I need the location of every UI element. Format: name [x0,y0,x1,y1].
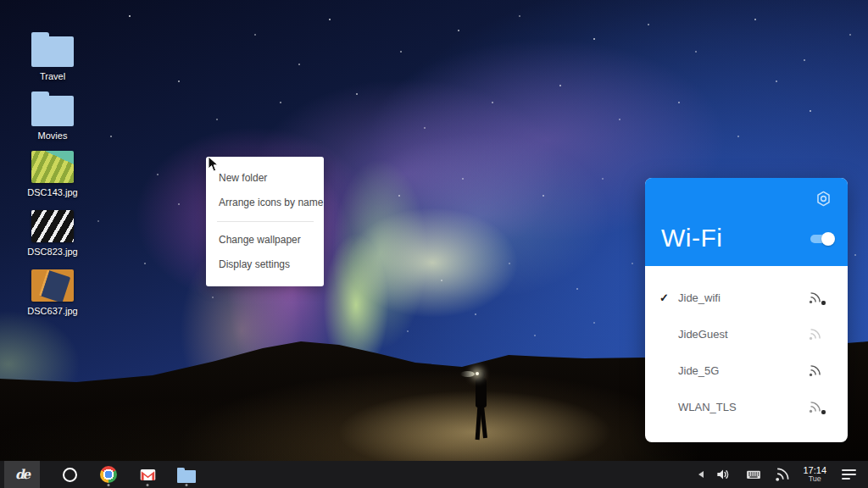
folder-icon [177,470,196,483]
desktop-icon-travel[interactable]: Travel [29,30,76,81]
icon-label: DSC823.jpg [27,247,77,257]
ssid-label: JideGuest [678,328,728,341]
wifi-network-row-jide-wifi[interactable]: ✓ Jide_wifi [645,280,848,316]
wifi-signal-icon [808,291,822,305]
mouse-cursor [208,156,220,173]
chrome-button[interactable] [89,461,128,488]
folder-icon [31,96,74,126]
gear-icon[interactable] [814,189,833,208]
desktop-context-menu: New folder Arrange icons by name Change … [206,157,324,286]
desktop-icon-movies[interactable]: Movies [29,90,76,141]
wifi-network-list: ✓ Jide_wifi JideGuest [645,266,848,425]
desktop-icon-dsc143[interactable]: DSC143.jpg [29,151,76,197]
start-button[interactable]: de [4,461,40,488]
toggle-knob [821,232,835,246]
wifi-panel-header: Wi-Fi [645,178,848,266]
image-thumbnail-icon [31,151,74,183]
wifi-toggle-switch[interactable] [810,235,833,243]
clock-day: Tue [803,475,826,484]
volume-icon [715,466,732,483]
image-thumbnail-icon [31,210,74,242]
volume-button[interactable] [715,461,732,488]
ssid-label: Jide_5G [678,364,719,377]
gmail-button[interactable] [128,461,167,488]
wifi-status-button[interactable] [774,461,791,488]
ssid-label: WLAN_TLS [678,401,737,413]
menu-item-new-folder[interactable]: New folder [206,166,324,191]
wifi-signal-icon [808,363,822,378]
wifi-icon [774,466,791,483]
wifi-panel-title: Wi-Fi [661,224,722,252]
menu-item-display-settings[interactable]: Display settings [206,252,324,277]
system-tray: 17:14 Tue [698,461,856,488]
circle-icon [63,468,77,482]
gmail-icon [139,466,157,484]
headlamp-light [476,372,479,375]
image-thumbnail-icon [31,269,74,302]
taskbar-app-icons: de [0,461,206,488]
clock[interactable]: 17:14 Tue [803,465,826,484]
wifi-signal-icon [808,400,822,414]
desktop-screen: Travel Movies DSC143.jpg DSC823.jpg DSC6… [0,0,868,488]
launcher-button[interactable] [50,461,89,488]
star-field [0,0,2,2]
wifi-signal-icon [808,327,822,341]
hamburger-menu-icon[interactable] [842,469,856,480]
wifi-network-row-jideguest[interactable]: JideGuest [645,316,848,352]
taskbar: de [0,461,868,488]
lock-icon [821,301,826,305]
wifi-quick-panel: Wi-Fi ✓ Jide_wifi JideGuest [645,178,848,442]
menu-divider [217,221,314,222]
desktop-icon-dsc637[interactable]: DSC637.jpg [29,269,76,316]
connected-check-icon: ✓ [659,291,673,304]
folder-icon [31,36,74,67]
icon-label: DSC637.jpg [27,306,77,316]
jide-logo: de [15,467,29,482]
menu-item-change-wallpaper[interactable]: Change wallpaper [206,228,324,252]
desktop-icon-dsc823[interactable]: DSC823.jpg [29,210,76,257]
icon-label: Travel [40,71,65,81]
files-button[interactable] [167,461,206,488]
headlamp-beam [460,371,475,377]
icon-label: Movies [38,130,68,141]
keyboard-icon [745,466,762,483]
chrome-icon [100,466,117,483]
ssid-label: Jide_wifi [678,291,721,304]
lock-icon [821,410,826,414]
wallpaper-person-silhouette [471,369,492,442]
collapse-left-triangle-icon[interactable] [698,471,704,478]
wifi-network-row-wlan-tls[interactable]: WLAN_TLS [645,389,848,425]
menu-item-arrange-icons[interactable]: Arrange icons by name [206,191,324,215]
icon-label: DSC143.jpg [27,187,77,197]
keyboard-button[interactable] [745,461,762,488]
wifi-network-row-jide-5g[interactable]: Jide_5G [645,352,848,389]
